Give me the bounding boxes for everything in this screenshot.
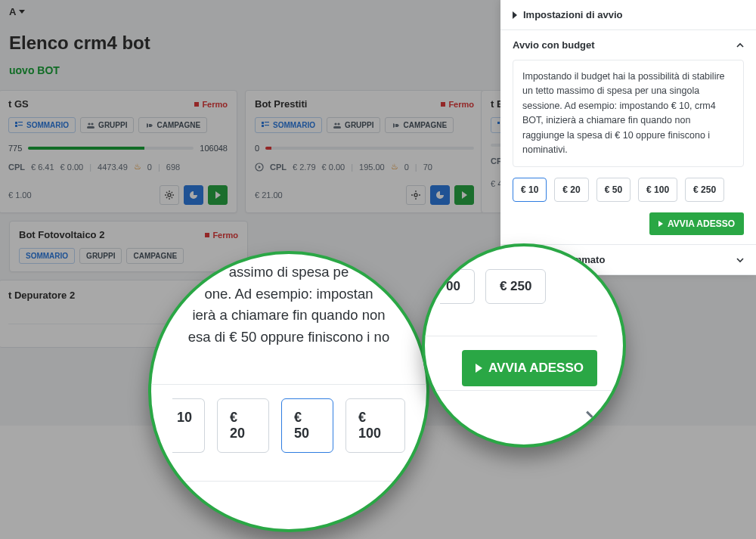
bot-name: Bot Fotovoltaico 2 (19, 229, 104, 240)
bot-card: t GS Fermo SOMMARIO GRUPPI CAMPAGNE 775 … (0, 90, 237, 213)
status-badge: Fermo (441, 100, 474, 109)
zoom-chip-20[interactable]: € 20 (217, 398, 269, 453)
lang-label: A (9, 6, 16, 17)
section-title: Avvio con budget (513, 39, 595, 51)
svg-rect-8 (262, 122, 264, 124)
tab-campagne[interactable]: CAMPAGNE (126, 248, 184, 264)
zoom-chip-10[interactable]: 10 (172, 398, 205, 453)
side-panel: Impostazioni di avvio Avvio con budget I… (500, 0, 756, 275)
play-button[interactable] (208, 185, 228, 205)
section-title: Impostazioni di avvio (523, 9, 622, 20)
footer-amount: € 21.00 (255, 191, 283, 200)
bot-card: Bot Prestiti Fermo SOMMARIO GRUPPI CAMPA… (245, 90, 484, 213)
bot-card: Bot Fotovoltaico 2 Fermo SOMMARIO GRUPPI… (9, 221, 248, 272)
svg-point-12 (335, 122, 337, 125)
svg-point-4 (88, 122, 91, 125)
svg-rect-14 (333, 126, 341, 129)
chart-button[interactable] (184, 185, 203, 205)
tab-gruppi[interactable]: GRUPPI (80, 117, 134, 133)
budget-chip-20[interactable]: € 20 (554, 178, 588, 202)
caret-right-icon (513, 11, 517, 19)
zoom2-chip-250[interactable]: € 250 (485, 269, 547, 304)
tab-sommario[interactable]: SOMMARIO (255, 117, 322, 133)
panel-toggle-budget[interactable]: Avvio con budget (513, 39, 744, 51)
zoom-chip-100[interactable]: € 100 (345, 398, 405, 453)
tab-sommario[interactable]: SOMMARIO (8, 117, 76, 133)
svg-rect-1 (18, 122, 23, 122)
zoom-lens-start-button: 00 € 250 AVVIA ADESSO (422, 243, 626, 448)
tab-campagne[interactable]: CAMPAGNE (138, 117, 207, 133)
bar-right: 106048 (200, 144, 228, 153)
play-icon (658, 221, 663, 227)
budget-chip-50[interactable]: € 50 (596, 178, 631, 202)
svg-rect-3 (18, 125, 23, 125)
svg-rect-17 (497, 122, 500, 124)
chevron-down-icon (736, 256, 744, 264)
budget-chip-10[interactable]: € 10 (513, 178, 547, 202)
footer-amount: € 1.00 (8, 191, 32, 200)
zoom-start-now-button[interactable]: AVVIA ADESSO (462, 350, 597, 386)
chart-button[interactable] (430, 185, 450, 205)
caret-down-icon (19, 10, 25, 14)
play-circle-icon (255, 163, 264, 172)
budget-chip-250[interactable]: € 250 (685, 178, 724, 202)
svg-point-7 (168, 194, 171, 197)
svg-point-13 (338, 122, 340, 125)
bar-left: 0 (255, 144, 259, 153)
svg-rect-10 (262, 125, 264, 127)
tab-sommario[interactable]: SOMMARIO (19, 248, 75, 264)
gear-button[interactable] (160, 185, 179, 205)
bot-name: Bot Prestiti (255, 98, 307, 110)
svg-point-16 (414, 194, 417, 197)
tab-campagne[interactable]: CAMPAGNE (385, 117, 454, 133)
svg-rect-0 (15, 122, 17, 124)
svg-rect-6 (87, 126, 94, 129)
budget-chip-100[interactable]: € 100 (638, 178, 677, 202)
play-button[interactable] (454, 185, 474, 205)
bot-name: t Depuratore 2 (8, 290, 75, 301)
zoom-chip-50[interactable]: € 50 (281, 398, 333, 453)
tab-gruppi[interactable]: GRUPPI (79, 248, 122, 264)
svg-rect-11 (265, 125, 269, 125)
svg-rect-9 (265, 122, 269, 122)
chevron-up-icon (736, 42, 744, 49)
gear-button[interactable] (406, 185, 426, 205)
budget-description: Impostando il budget hai la possibilità … (513, 60, 744, 167)
status-badge: Fermo (205, 231, 238, 240)
zoom-lens-budget-chips: assimo di spesa pe one. Ad esempio: impo… (148, 251, 429, 532)
metrics-row: CPL € 6.41 € 0.00| 4473.49 ♨0| 698 (8, 162, 228, 172)
svg-rect-2 (15, 125, 17, 127)
svg-point-5 (91, 122, 94, 125)
metrics-row: CPL € 2.79 € 0.00| 195.00 ♨0| 70 (255, 162, 474, 172)
tab-gruppi[interactable]: GRUPPI (327, 117, 380, 133)
budget-options: € 10 € 20 € 50 € 100 € 250 (513, 178, 744, 202)
status-badge: Fermo (194, 100, 228, 109)
play-icon (476, 364, 482, 373)
panel-toggle-impostazioni[interactable]: Impostazioni di avvio (513, 9, 744, 20)
start-now-button[interactable]: AVVIA ADESSO (649, 212, 744, 235)
bot-name: t GS (8, 98, 29, 110)
bar-left: 775 (8, 144, 22, 153)
